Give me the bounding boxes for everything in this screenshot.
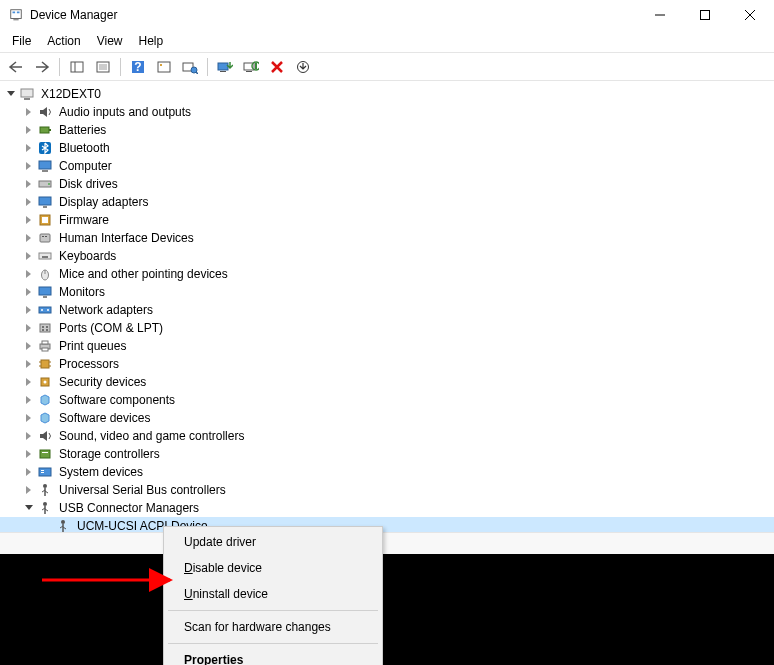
svg-rect-35 <box>39 197 51 205</box>
expand-icon[interactable] <box>22 429 36 443</box>
svg-rect-69 <box>40 450 50 458</box>
firmware-icon <box>37 212 53 228</box>
context-properties[interactable]: Properties <box>166 647 380 665</box>
tree-category[interactable]: Display adapters <box>0 193 774 211</box>
menu-help[interactable]: Help <box>131 32 172 50</box>
uninstall-device-button[interactable] <box>265 56 289 78</box>
tree-category[interactable]: Software devices <box>0 409 774 427</box>
category-label: Security devices <box>57 375 148 389</box>
svg-rect-71 <box>39 468 51 476</box>
tree-category[interactable]: Firmware <box>0 211 774 229</box>
svg-text:?: ? <box>134 60 141 74</box>
tree-category[interactable]: Human Interface Devices <box>0 229 774 247</box>
expand-icon[interactable] <box>22 123 36 137</box>
menu-view[interactable]: View <box>89 32 131 50</box>
tree-category[interactable]: Bluetooth <box>0 139 774 157</box>
show-hide-console-tree-button[interactable] <box>65 56 89 78</box>
help-button[interactable]: ? <box>126 56 150 78</box>
scan-hardware-button[interactable] <box>178 56 202 78</box>
tree-category[interactable]: Computer <box>0 157 774 175</box>
window-buttons <box>637 0 772 30</box>
expand-icon[interactable] <box>22 357 36 371</box>
svg-rect-41 <box>45 236 47 237</box>
svg-point-56 <box>46 326 48 328</box>
device-tree[interactable]: X12DEXT0 Audio inputs and outputsBatteri… <box>0 81 774 532</box>
tree-category[interactable]: Keyboards <box>0 247 774 265</box>
tree-category[interactable]: Universal Serial Bus controllers <box>0 481 774 499</box>
action-button[interactable] <box>152 56 176 78</box>
close-button[interactable] <box>727 0 772 30</box>
printer-icon <box>37 338 53 354</box>
expand-icon[interactable] <box>22 321 36 335</box>
tree-device-ucm-ucsi[interactable]: UCM-UCSI ACPI Device <box>0 517 774 532</box>
menu-file[interactable]: File <box>4 32 39 50</box>
expand-icon[interactable] <box>4 87 18 101</box>
expand-icon[interactable] <box>22 177 36 191</box>
context-uninstall-device[interactable]: Uninstall device <box>166 581 380 607</box>
category-label: Firmware <box>57 213 111 227</box>
expand-icon[interactable] <box>22 285 36 299</box>
back-button[interactable] <box>4 56 28 78</box>
expand-icon[interactable] <box>22 141 36 155</box>
maximize-button[interactable] <box>682 0 727 30</box>
expand-icon[interactable] <box>22 267 36 281</box>
category-label: Software components <box>57 393 177 407</box>
expand-icon[interactable] <box>22 159 36 173</box>
monitor-icon <box>37 284 53 300</box>
tree-category[interactable]: Security devices <box>0 373 774 391</box>
category-label: Mice and other pointing devices <box>57 267 230 281</box>
expand-icon[interactable] <box>22 195 36 209</box>
properties-button[interactable] <box>91 56 115 78</box>
expand-icon[interactable] <box>22 249 36 263</box>
category-label: Processors <box>57 357 121 371</box>
expand-icon[interactable] <box>22 339 36 353</box>
device-manager-window: Device Manager File Action View Help ? <box>0 0 774 554</box>
forward-button[interactable] <box>30 56 54 78</box>
expand-icon[interactable] <box>22 303 36 317</box>
tree-root[interactable]: X12DEXT0 <box>0 85 774 103</box>
svg-rect-0 <box>11 10 22 19</box>
menubar: File Action View Help <box>0 30 774 53</box>
cpu-icon <box>37 356 53 372</box>
tree-category[interactable]: Ports (COM & LPT) <box>0 319 774 337</box>
svg-point-78 <box>61 520 65 524</box>
tree-category[interactable]: Print queues <box>0 337 774 355</box>
tree-category[interactable]: Monitors <box>0 283 774 301</box>
tree-category[interactable]: Network adapters <box>0 301 774 319</box>
minimize-button[interactable] <box>637 0 682 30</box>
tree-category[interactable]: Disk drives <box>0 175 774 193</box>
tree-category-usb-connector-managers[interactable]: USB Connector Managers <box>0 499 774 517</box>
expand-icon[interactable] <box>22 501 36 515</box>
update-driver-button[interactable] <box>213 56 237 78</box>
disable-device-button[interactable] <box>239 56 263 78</box>
expand-icon[interactable] <box>22 375 36 389</box>
tree-category[interactable]: Mice and other pointing devices <box>0 265 774 283</box>
tree-category[interactable]: Audio inputs and outputs <box>0 103 774 121</box>
computer-icon <box>19 86 35 102</box>
svg-rect-28 <box>40 127 49 133</box>
tree-category[interactable]: Processors <box>0 355 774 373</box>
expand-icon[interactable] <box>22 483 36 497</box>
enable-device-button[interactable] <box>291 56 315 78</box>
expand-icon[interactable] <box>22 447 36 461</box>
tree-category[interactable]: Storage controllers <box>0 445 774 463</box>
expand-icon[interactable] <box>22 231 36 245</box>
category-label: Bluetooth <box>57 141 112 155</box>
svg-rect-73 <box>41 472 44 473</box>
tree-category[interactable]: Software components <box>0 391 774 409</box>
svg-point-76 <box>43 502 47 506</box>
expand-icon[interactable] <box>22 411 36 425</box>
tree-category[interactable]: Sound, video and game controllers <box>0 427 774 445</box>
tree-category[interactable]: System devices <box>0 463 774 481</box>
context-disable-device[interactable]: Disable device <box>166 555 380 581</box>
expand-icon[interactable] <box>22 213 36 227</box>
context-update-driver[interactable]: Update driver <box>166 529 380 555</box>
expand-icon[interactable] <box>22 393 36 407</box>
expand-icon[interactable] <box>22 465 36 479</box>
software-icon <box>37 392 53 408</box>
expand-icon[interactable] <box>22 105 36 119</box>
tree-category[interactable]: Batteries <box>0 121 774 139</box>
context-scan-hardware[interactable]: Scan for hardware changes <box>166 614 380 640</box>
menu-action[interactable]: Action <box>39 32 88 50</box>
hid-icon <box>37 230 53 246</box>
